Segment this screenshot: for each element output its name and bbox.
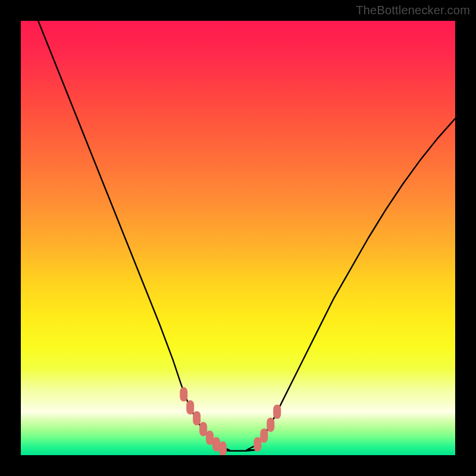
- bottleneck-curve: [38, 21, 455, 451]
- marker-dot: [260, 428, 268, 443]
- marker-dot: [180, 387, 187, 402]
- chart-frame: TheBottlenecker.com: [0, 0, 476, 476]
- marker-dot: [186, 400, 194, 415]
- right-marker-cluster: [253, 405, 281, 452]
- marker-dot: [199, 422, 207, 436]
- marker-dot: [267, 418, 274, 432]
- marker-dot: [253, 437, 261, 452]
- watermark-text: TheBottlenecker.com: [356, 4, 470, 17]
- left-marker-cluster: [180, 387, 227, 455]
- plot-area: [21, 21, 455, 455]
- marker-dot: [193, 411, 201, 425]
- v-curve: [38, 21, 455, 451]
- curve-layer: [21, 21, 455, 455]
- marker-dot: [273, 405, 281, 419]
- marker-dot: [219, 441, 227, 455]
